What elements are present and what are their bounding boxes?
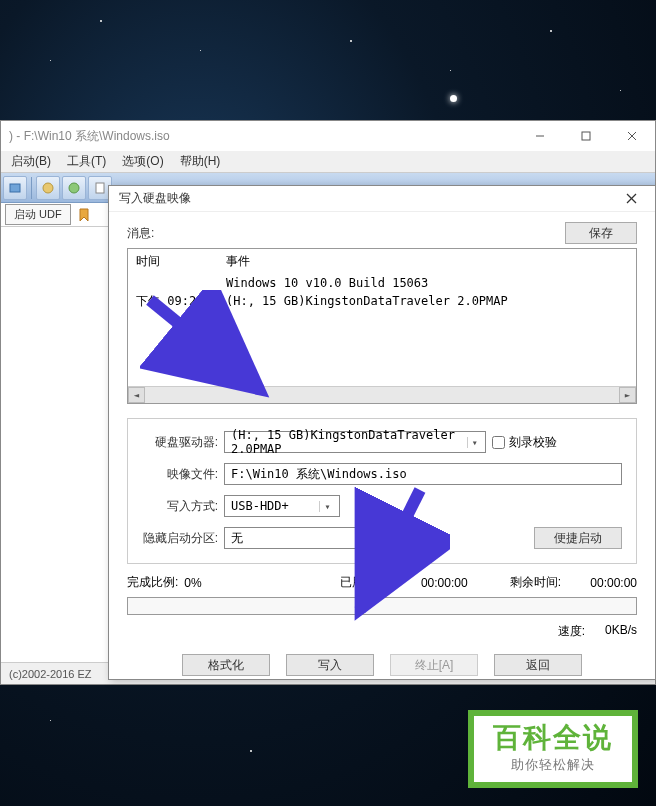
menu-options[interactable]: 选项(O): [116, 151, 169, 172]
chevron-down-icon: ▾: [467, 437, 481, 448]
toolbar-icon-2[interactable]: [36, 176, 60, 200]
image-file-field[interactable]: F:\Win10 系统\Windows.iso: [224, 463, 622, 485]
verify-checkbox-input[interactable]: [492, 436, 505, 449]
svg-point-6: [69, 183, 79, 193]
write-disk-image-dialog: 写入硬盘映像 消息: 保存 时间 事件 Windows 10 v10.0 Bui…: [108, 185, 656, 680]
titlebar: ) - F:\Win10 系统\Windows.iso: [1, 121, 655, 151]
hidden-boot-label: 隐藏启动分区:: [142, 530, 218, 547]
stop-button: 终止[A]: [390, 654, 478, 676]
image-file-label: 映像文件:: [142, 466, 218, 483]
svg-rect-1: [582, 132, 590, 140]
speed-value: 0KB/s: [605, 623, 637, 640]
svg-rect-7: [96, 183, 104, 193]
drive-select[interactable]: (H:, 15 GB)KingstonDataTraveler 2.0PMAP …: [224, 431, 486, 453]
menu-boot[interactable]: 启动(B): [5, 151, 57, 172]
maximize-button[interactable]: [563, 121, 609, 151]
log-row: 下午 09:28:24 (H:, 15 GB)KingstonDataTrave…: [136, 292, 628, 310]
bookmark-icon: [77, 208, 91, 222]
log-header-event: 事件: [226, 253, 628, 270]
dialog-title: 写入硬盘映像: [119, 190, 191, 207]
speed-label: 速度:: [558, 623, 585, 640]
chevron-down-icon: ▾: [359, 533, 375, 544]
progress-value: 0%: [184, 576, 244, 590]
toolbar-icon-3[interactable]: [62, 176, 86, 200]
tab-boot-udf[interactable]: 启动 UDF: [5, 204, 71, 225]
minimize-button[interactable]: [517, 121, 563, 151]
copyright-text: (c)2002-2016 EZ: [9, 668, 92, 680]
svg-rect-4: [10, 184, 20, 192]
elapsed-label: 已用时间:: [340, 574, 391, 591]
window-title: ) - F:\Win10 系统\Windows.iso: [9, 128, 170, 145]
back-button[interactable]: 返回: [494, 654, 582, 676]
write-mode-select[interactable]: USB-HDD+ ▾: [224, 495, 340, 517]
menu-tools[interactable]: 工具(T): [61, 151, 112, 172]
svg-point-5: [43, 183, 53, 193]
elapsed-value: 00:00:00: [398, 576, 468, 590]
save-button[interactable]: 保存: [565, 222, 637, 244]
dialog-close-button[interactable]: [611, 188, 651, 210]
menu-help[interactable]: 帮助(H): [174, 151, 227, 172]
close-button[interactable]: [609, 121, 655, 151]
hidden-boot-select[interactable]: 无 ▾: [224, 527, 380, 549]
watermark: 百科全说 助你轻松解决: [468, 710, 638, 788]
scroll-right-arrow[interactable]: ►: [619, 387, 636, 403]
scroll-left-arrow[interactable]: ◄: [128, 387, 145, 403]
progress-label: 完成比例:: [127, 574, 178, 591]
scroll-track[interactable]: [145, 387, 619, 403]
messages-label: 消息:: [127, 225, 154, 242]
drive-label: 硬盘驱动器:: [142, 434, 218, 451]
toolbar-icon-1[interactable]: [3, 176, 27, 200]
watermark-subtitle: 助你轻松解决: [511, 756, 595, 774]
log-box: 时间 事件 Windows 10 v10.0 Build 15063 下午 09…: [127, 248, 637, 404]
dialog-titlebar: 写入硬盘映像: [109, 186, 655, 212]
write-mode-label: 写入方式:: [142, 498, 218, 515]
window-controls: [517, 121, 655, 151]
menubar: 启动(B) 工具(T) 选项(O) 帮助(H): [1, 151, 655, 173]
log-row: Windows 10 v10.0 Build 15063: [136, 274, 628, 292]
remaining-value: 00:00:00: [567, 576, 637, 590]
form-group: 硬盘驱动器: (H:, 15 GB)KingstonDataTraveler 2…: [127, 418, 637, 564]
log-header-time: 时间: [136, 253, 226, 270]
format-button[interactable]: 格式化: [182, 654, 270, 676]
chevron-down-icon: ▾: [319, 501, 335, 512]
log-horizontal-scrollbar[interactable]: ◄ ►: [128, 386, 636, 403]
quick-boot-button[interactable]: 便捷启动: [534, 527, 622, 549]
write-button[interactable]: 写入: [286, 654, 374, 676]
watermark-title: 百科全说: [493, 724, 613, 752]
progress-bar: [127, 597, 637, 615]
remaining-label: 剩余时间:: [510, 574, 561, 591]
verify-checkbox[interactable]: 刻录校验: [492, 434, 557, 451]
